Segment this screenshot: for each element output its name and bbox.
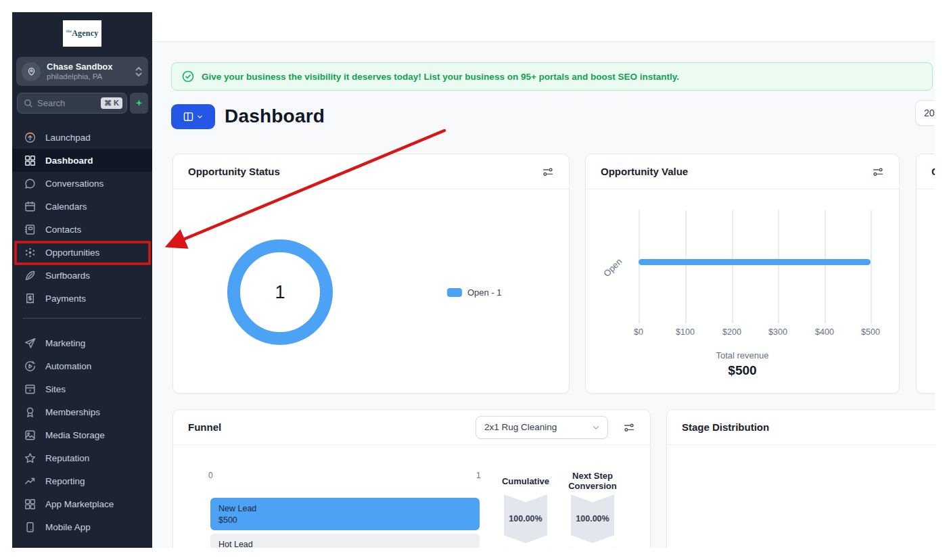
layout-columns-icon xyxy=(183,111,194,122)
surfboard-icon xyxy=(24,269,37,282)
funnel-stage-new-lead[interactable]: New Lead $500 xyxy=(210,498,480,530)
grid-squares-icon xyxy=(24,498,37,511)
card-settings-icon[interactable] xyxy=(542,166,554,178)
promo-banner-text: Give your business the visibility it des… xyxy=(202,72,679,82)
card-title: Opportunity Value xyxy=(601,166,872,177)
app-window: theAgency Chase Sandbox philadelphia, PA… xyxy=(12,12,935,548)
agency-logo-text: theAgency xyxy=(66,28,99,39)
gridline xyxy=(778,210,779,323)
sidebar-item-label: Memberships xyxy=(45,407,100,417)
sidebar-item-label: Contacts xyxy=(45,225,81,235)
stage-name: Hot Lead xyxy=(218,539,480,548)
sidebar-item-mobile-app[interactable]: Mobile App xyxy=(12,515,152,538)
main-content: Give your business the visibility it des… xyxy=(152,12,935,548)
sidebar-item-app-marketplace[interactable]: App Marketplace xyxy=(12,492,152,515)
agency-logo[interactable]: theAgency xyxy=(63,20,101,47)
receipt-dollar-icon xyxy=(24,292,37,305)
sidebar-item-label: Reputation xyxy=(45,453,89,463)
search-row: Search ⌘ K xyxy=(17,93,148,114)
chevron-up-down-icon xyxy=(135,66,143,77)
sidebar-item-dashboard[interactable]: Dashboard xyxy=(12,149,152,172)
account-location: philadelphia, PA xyxy=(47,72,135,81)
account-switcher[interactable]: Chase Sandbox philadelphia, PA xyxy=(16,57,148,86)
opportunity-status-card: Opportunity Status 1 Open - 1 xyxy=(172,154,570,394)
sidebar-item-contacts[interactable]: Contacts xyxy=(12,218,152,241)
account-meta: Chase Sandbox philadelphia, PA xyxy=(47,62,135,81)
status-donut-chart[interactable]: 1 xyxy=(227,239,333,345)
funnel-axis-max: 1 xyxy=(476,471,481,480)
sidebar-item-reputation[interactable]: Reputation xyxy=(12,446,152,469)
location-pin-icon xyxy=(22,62,41,81)
open-value-bar xyxy=(639,259,871,265)
promo-banner[interactable]: Give your business the visibility it des… xyxy=(171,62,933,91)
funnel-axis-min: 0 xyxy=(208,471,213,480)
funnel-header: Funnel 2x1 Rug Cleaning xyxy=(173,410,650,445)
next-step-badge-2: 0.00% xyxy=(571,547,614,548)
gridline xyxy=(732,210,733,323)
sidebar-item-label: Calendars xyxy=(45,202,87,212)
sidebar-item-memberships[interactable]: Memberships xyxy=(12,400,152,423)
pipeline-select[interactable]: 2x1 Rug Cleaning xyxy=(476,416,608,439)
sidebar-item-label: Reporting xyxy=(45,476,85,486)
sidebar-item-label: Payments xyxy=(45,294,86,304)
total-revenue-label: Total revenue xyxy=(586,350,899,360)
stage-distribution-header: Stage Distribution xyxy=(667,410,935,445)
sidebar-item-reporting[interactable]: Reporting xyxy=(12,469,152,492)
date-range-button[interactable]: 20 xyxy=(915,100,935,126)
check-circle-icon xyxy=(181,70,195,83)
search-input[interactable]: Search ⌘ K xyxy=(17,93,127,114)
sidebar-item-launchpad[interactable]: Launchpad xyxy=(12,126,152,149)
next-step-column-header: Next Step Conversion xyxy=(555,471,630,491)
sidebar-item-automation[interactable]: Automation xyxy=(12,354,152,377)
sidebar-item-label: Dashboard xyxy=(45,156,93,166)
account-name: Chase Sandbox xyxy=(47,62,135,72)
sidebar-nav-primary: Launchpad Dashboard Conversations Calend… xyxy=(12,126,152,310)
top-bar xyxy=(152,12,935,42)
sidebar-item-calendars[interactable]: Calendars xyxy=(12,195,152,218)
next-step-value: 100.00% xyxy=(576,514,609,523)
cumulative-value: 100.00% xyxy=(509,514,542,523)
page-header: Dashboard xyxy=(171,103,325,129)
next-step-line1: Next Step xyxy=(555,471,630,481)
funnel-card: Funnel 2x1 Rug Cleaning 0 1 New Lead $50… xyxy=(172,409,651,548)
sidebar-item-sites[interactable]: Sites xyxy=(12,377,152,400)
dashboard-layout-button[interactable] xyxy=(171,104,215,129)
x-tick: $200 xyxy=(712,327,752,337)
status-legend[interactable]: Open - 1 xyxy=(447,287,502,298)
launchpad-icon xyxy=(24,131,37,144)
opportunity-value-header: Opportunity Value xyxy=(586,154,899,189)
legend-label: Open - 1 xyxy=(467,287,502,298)
gridline xyxy=(871,210,872,323)
sidebar-item-conversations[interactable]: Conversations xyxy=(12,172,152,195)
search-icon xyxy=(23,98,33,108)
card-title: Funnel xyxy=(188,421,476,433)
automation-play-icon xyxy=(24,360,37,373)
x-tick: $100 xyxy=(665,327,706,337)
next-step-line2: Conversion xyxy=(555,481,630,491)
sidebar-item-label: App Marketplace xyxy=(45,499,114,509)
sidebar-item-label: Opportunities xyxy=(45,248,99,258)
cumulative-badge-2 xyxy=(504,547,547,548)
page-title: Dashboard xyxy=(225,106,325,127)
spark-icon xyxy=(135,99,143,108)
sidebar-item-opportunities[interactable]: Opportunities xyxy=(12,241,152,264)
sidebar-item-payments[interactable]: Payments xyxy=(12,287,152,310)
ai-spark-button[interactable] xyxy=(130,93,148,114)
paper-plane-icon xyxy=(24,337,37,350)
cumulative-badge: 100.00% xyxy=(504,494,547,543)
gridline xyxy=(685,210,687,323)
sidebar-item-marketing[interactable]: Marketing xyxy=(12,331,152,354)
opportunities-icon xyxy=(24,246,37,259)
card-settings-icon[interactable] xyxy=(623,421,635,434)
sidebar-item-label: Marketing xyxy=(45,338,85,348)
sidebar-item-media-storage[interactable]: Media Storage xyxy=(12,423,152,446)
partial-card-right: C xyxy=(916,154,935,394)
legend-swatch xyxy=(447,288,462,297)
card-title: Opportunity Status xyxy=(188,166,542,177)
search-placeholder: Search xyxy=(37,98,101,108)
funnel-stage-hot-lead[interactable]: Hot Lead xyxy=(210,534,480,548)
address-book-icon xyxy=(24,223,37,236)
card-settings-icon[interactable] xyxy=(872,166,884,178)
sidebar: theAgency Chase Sandbox philadelphia, PA… xyxy=(12,12,152,548)
sidebar-item-surfboards[interactable]: Surfboards xyxy=(12,264,152,287)
